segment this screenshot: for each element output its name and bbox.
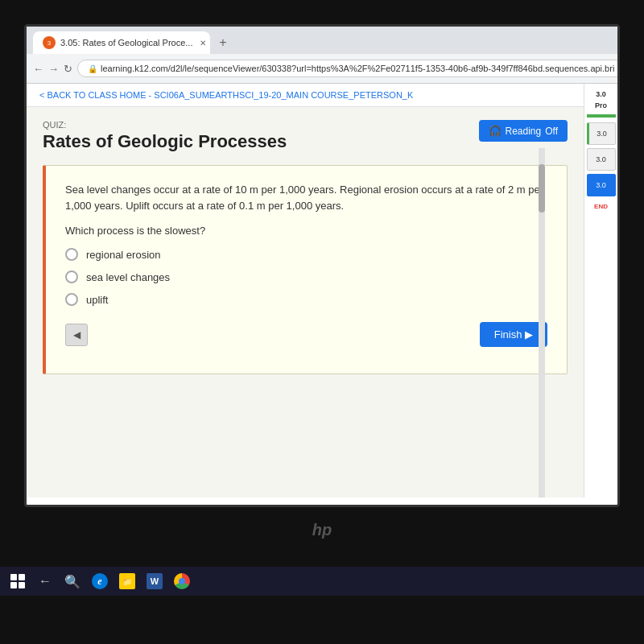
- back-arrow-icon: ←: [39, 574, 52, 588]
- taskbar-explorer-btn[interactable]: 📁: [116, 570, 138, 592]
- reading-toggle: Off: [545, 126, 558, 137]
- word-icon: W: [147, 573, 163, 589]
- quiz-title: Rates of Geologic Processes: [43, 131, 287, 152]
- active-tab[interactable]: 3 3.05: Rates of Geological Proce... ✕: [33, 31, 210, 54]
- address-bar[interactable]: 🔒 learning.k12.com/d2l/le/sequenceViewer…: [77, 60, 620, 77]
- question-prompt: Which process is the slowest?: [65, 225, 547, 237]
- progress-bar-green: [587, 114, 616, 118]
- forward-nav-btn[interactable]: →: [48, 59, 59, 78]
- option-row-2[interactable]: sea level changes: [65, 270, 547, 283]
- sidebar-item-1[interactable]: 3.0: [587, 122, 616, 145]
- taskbar-ie-btn[interactable]: e: [89, 570, 111, 592]
- option-row-1[interactable]: regional erosion: [65, 248, 547, 261]
- right-sidebar: 3.0 Pro 3.0 3.0 3.0 END NEX End: [584, 84, 617, 497]
- option-row-3[interactable]: uplift: [65, 293, 547, 306]
- quiz-label: QUIZ:: [43, 120, 287, 130]
- explorer-icon: 📁: [119, 573, 135, 589]
- question-passage: Sea level changes occur at a rate of 10 …: [65, 182, 547, 213]
- sidebar-title-2: Pro: [595, 101, 607, 109]
- ie-icon: e: [92, 573, 108, 589]
- quiz-container: QUIZ: Rates of Geologic Processes 🎧 Read…: [27, 107, 584, 397]
- back-nav-btn[interactable]: ←: [33, 59, 43, 78]
- tab-title: 3.05: Rates of Geological Proce...: [60, 38, 192, 47]
- option-label-3: uplift: [86, 294, 108, 306]
- main-area: < BACK TO CLASS HOME - SCI06A_SUMEARTHSC…: [27, 84, 584, 497]
- search-icon: 🔍: [64, 574, 80, 589]
- quiz-label-group: QUIZ: Rates of Geologic Processes: [43, 120, 287, 152]
- breadcrumb-bar: < BACK TO CLASS HOME - SCI06A_SUMEARTHSC…: [27, 84, 584, 107]
- sidebar-item-2[interactable]: 3.0: [587, 148, 616, 171]
- browser-window: 3 3.05: Rates of Geological Proce... ✕ +…: [24, 24, 620, 507]
- taskbar-word-btn[interactable]: W: [143, 570, 166, 592]
- reading-label: Reading: [506, 126, 542, 137]
- favicon: 3: [43, 36, 56, 49]
- lock-icon: 🔒: [88, 64, 97, 73]
- scrollbar[interactable]: [539, 148, 545, 497]
- finish-btn[interactable]: Finish ▶: [480, 322, 547, 347]
- refresh-btn[interactable]: ↻: [64, 59, 72, 78]
- browser-chrome: 3 3.05: Rates of Geological Proce... ✕ +…: [27, 27, 617, 84]
- chrome-icon: [174, 573, 190, 589]
- taskbar-back-btn[interactable]: ←: [34, 570, 56, 592]
- question-card: Sea level changes occur at a rate of 10 …: [43, 165, 568, 374]
- hp-logo: hp: [312, 521, 332, 539]
- taskbar: ← 🔍 e 📁 W: [0, 567, 644, 596]
- page-content: < BACK TO CLASS HOME - SCI06A_SUMEARTHSC…: [27, 84, 617, 497]
- taskbar-search-btn[interactable]: 🔍: [61, 570, 84, 592]
- tab-bar: 3 3.05: Rates of Geological Proce... ✕ +: [27, 27, 617, 54]
- headphone-icon: 🎧: [489, 125, 502, 137]
- tab-close-btn[interactable]: ✕: [197, 37, 208, 48]
- radio-2[interactable]: [65, 270, 78, 283]
- url-text: learning.k12.com/d2l/le/sequenceViewer/6…: [101, 64, 614, 73]
- new-tab-btn[interactable]: +: [213, 33, 233, 52]
- option-label-2: sea level changes: [86, 271, 170, 283]
- scroll-thumb[interactable]: [539, 164, 545, 213]
- reading-btn[interactable]: 🎧 Reading Off: [479, 120, 568, 142]
- option-label-1: regional erosion: [86, 249, 161, 261]
- windows-icon: [10, 574, 25, 588]
- breadcrumb-link[interactable]: < BACK TO CLASS HOME - SCI06A_SUMEARTHSC…: [39, 90, 413, 100]
- radio-1[interactable]: [65, 248, 78, 261]
- back-btn[interactable]: ◀: [65, 324, 88, 346]
- address-bar-row: ← → ↻ 🔒 learning.k12.com/d2l/le/sequence…: [27, 54, 617, 83]
- sidebar-item-3[interactable]: 3.0: [587, 174, 616, 196]
- taskbar-chrome-btn[interactable]: [171, 570, 193, 592]
- start-button[interactable]: [6, 570, 29, 592]
- radio-3[interactable]: [65, 293, 78, 306]
- sidebar-title-1: 3.0: [596, 90, 606, 98]
- nav-bottom-row: ◀ Finish ▶: [65, 322, 547, 347]
- quiz-header: QUIZ: Rates of Geologic Processes 🎧 Read…: [43, 120, 568, 152]
- end-label: END: [594, 203, 608, 210]
